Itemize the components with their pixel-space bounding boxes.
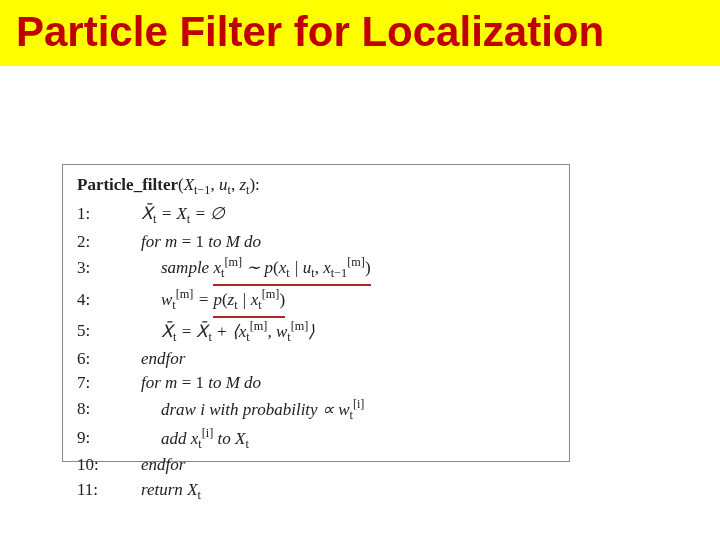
line-number: 1: — [77, 202, 111, 227]
line-body: wt[m] = p(zt | xt[m]) — [111, 286, 285, 318]
line-number: 2: — [77, 230, 111, 255]
line-number: 4: — [77, 288, 111, 313]
algo-line: 11: return Xt — [77, 478, 555, 505]
algo-line: 10: endfor — [77, 453, 555, 478]
line-body: sample xt[m] ∼ p(xt | ut, xt−1[m]) — [111, 254, 371, 286]
line-number: 11: — [77, 478, 111, 503]
algo-line: 7: for m = 1 to M do — [77, 371, 555, 396]
algo-line: 8: draw i with probability ∝ wt[i] — [77, 396, 555, 425]
line-number: 5: — [77, 319, 111, 344]
line-number: 9: — [77, 426, 111, 451]
algo-line: 9: add xt[i] to Xt — [77, 425, 555, 454]
algo-line: 6: endfor — [77, 347, 555, 372]
line-body: endfor — [111, 453, 185, 478]
algorithm-name: Particle_filter — [77, 175, 178, 194]
algorithm-header: Particle_filter(Xt−1, ut, zt): — [77, 175, 555, 198]
line-body: X̄t = Xt = ∅ — [111, 202, 225, 229]
line-number: 8: — [77, 397, 111, 422]
line-number: 3: — [77, 256, 111, 281]
line-body: X̄t = X̄t + ⟨xt[m], wt[m]⟩ — [111, 318, 315, 347]
line-number: 6: — [77, 347, 111, 372]
line-body: for m = 1 to M do — [111, 371, 261, 396]
algo-line: 3: sample xt[m] ∼ p(xt | ut, xt−1[m]) — [77, 254, 555, 286]
line-body: add xt[i] to Xt — [111, 425, 249, 454]
slide-title: Particle Filter for Localization — [16, 8, 704, 56]
title-bar: Particle Filter for Localization — [0, 0, 720, 66]
line-body: for m = 1 to M do — [111, 230, 261, 255]
line-number: 10: — [77, 453, 111, 478]
line-number: 7: — [77, 371, 111, 396]
algorithm-args: (Xt−1, ut, zt): — [178, 175, 260, 194]
algo-line: 1: X̄t = Xt = ∅ — [77, 202, 555, 229]
algo-line: 4: wt[m] = p(zt | xt[m]) — [77, 286, 555, 318]
algo-line: 5: X̄t = X̄t + ⟨xt[m], wt[m]⟩ — [77, 318, 555, 347]
line-body: return Xt — [111, 478, 201, 505]
line-body: draw i with probability ∝ wt[i] — [111, 396, 364, 425]
algorithm-box: Particle_filter(Xt−1, ut, zt): 1: X̄t = … — [62, 164, 570, 462]
line-body: endfor — [111, 347, 185, 372]
algo-line: 2: for m = 1 to M do — [77, 230, 555, 255]
